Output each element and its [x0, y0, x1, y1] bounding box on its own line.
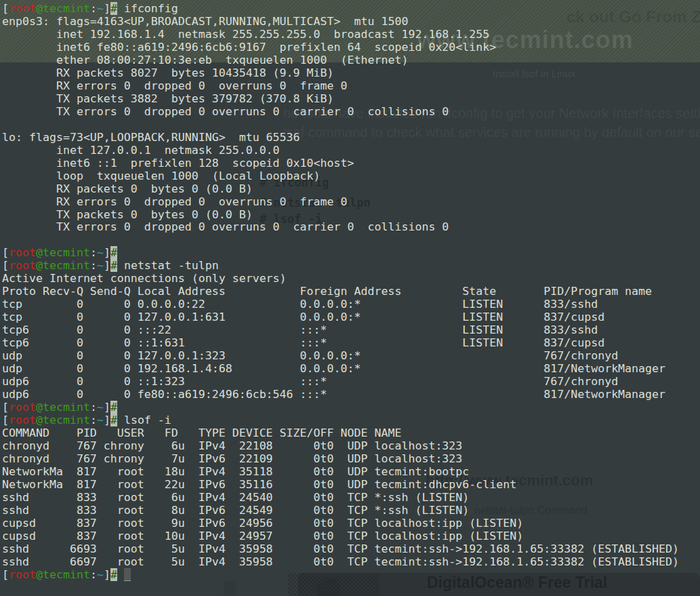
prompt-close-bracket: ]: [104, 568, 110, 581]
prompt-path: ~: [97, 401, 104, 414]
terminal-line: chronyd 767 chrony 7u IPv6 22109 0t0 UDP…: [2, 453, 700, 466]
terminal-line: tcp 0 0 0.0.0.0:22 0.0.0.0:* LISTEN 833/…: [2, 298, 700, 311]
prompt-hash-block: #: [110, 259, 117, 272]
prompt-path: ~: [97, 259, 104, 272]
prompt-user: root: [9, 259, 36, 272]
terminal-line: TX errors 0 dropped 0 overruns 0 carrier…: [2, 106, 700, 119]
prompt-hash-block: #: [110, 2, 117, 15]
prompt-open-bracket: [: [2, 2, 9, 15]
prompt-hash-block: #: [110, 414, 117, 426]
prompt-colon: :: [90, 2, 97, 15]
terminal-line: [root@tecmint:~]#: [2, 401, 700, 414]
terminal-line: enp0s3: flags=4163<UP,BROADCAST,RUNNING,…: [2, 16, 700, 28]
terminal-output: [root@tecmint:~]# ifconfigenp0s3: flags=…: [2, 3, 700, 582]
terminal-line: udp6 0 0 ::1:323 :::* 767/chronyd: [2, 376, 700, 389]
prompt-open-bracket: [: [2, 246, 9, 259]
prompt-hash-block: #: [110, 401, 117, 414]
prompt-close-bracket: ]: [104, 414, 110, 426]
prompt-host: @tecmint: [36, 2, 90, 15]
terminal-line: [root@tecmint:~]# netstat -tulpn: [2, 260, 700, 273]
prompt-close-bracket: ]: [104, 401, 110, 414]
terminal-line: inet6 fe80::a619:2496:6cb6:9167 prefixle…: [2, 41, 700, 54]
terminal-line: tcp6 0 0 :::22 :::* LISTEN 833/sshd: [2, 324, 700, 337]
terminal-line: RX packets 0 bytes 0 (0.0 B): [2, 183, 700, 196]
prompt-host: @tecmint: [36, 401, 90, 414]
terminal-line: loop txqueuelen 1000 (Local Loopback): [2, 170, 700, 183]
terminal-line: cupsd 837 root 9u IPv6 24956 0t0 TCP loc…: [2, 517, 700, 530]
terminal-line: NetworkMa 817 root 22u IPv6 35116 0t0 UD…: [2, 479, 700, 492]
terminal-line: sshd 6693 root 5u IPv4 35958 0t0 TCP tec…: [2, 543, 700, 556]
terminal-line: Proto Recv-Q Send-Q Local Address Foreig…: [2, 285, 700, 298]
prompt-path: ~: [97, 246, 104, 259]
prompt-user: root: [9, 414, 36, 426]
text-cursor: _: [124, 568, 131, 581]
terminal-line: TX errors 0 dropped 0 overruns 0 carrier…: [2, 221, 700, 234]
prompt-user: root: [9, 246, 36, 259]
terminal-line: tcp6 0 0 ::1:631 :::* LISTEN 837/cupsd: [2, 337, 700, 350]
prompt-open-bracket: [: [2, 414, 9, 426]
prompt-space: [117, 568, 124, 581]
prompt-open-bracket: [: [2, 259, 9, 272]
prompt-open-bracket: [: [2, 568, 9, 581]
terminal-line: udp6 0 0 fe80::a619:2496:6cb:546 :::* 81…: [2, 389, 700, 401]
prompt-path: ~: [97, 568, 104, 581]
prompt-path: ~: [97, 2, 104, 15]
prompt-user: root: [9, 401, 36, 414]
terminal-line: RX errors 0 dropped 0 overruns 0 frame 0: [2, 196, 700, 209]
terminal-line: [2, 234, 700, 247]
prompt-colon: :: [90, 568, 97, 581]
terminal-line: TX packets 3882 bytes 379782 (370.8 KiB): [2, 93, 700, 106]
terminal-line: [root@tecmint:~]#: [2, 247, 700, 260]
terminal-line: sshd 833 root 8u IPv6 24549 0t0 TCP *:ss…: [2, 504, 700, 517]
prompt-colon: :: [90, 246, 97, 259]
terminal-line: lo: flags=73<UP,LOOPBACK,RUNNING> mtu 65…: [2, 132, 700, 144]
prompt-close-bracket: ]: [104, 2, 110, 15]
terminal-line: NetworkMa 817 root 18u IPv4 35118 0t0 UD…: [2, 466, 700, 479]
prompt-host: @tecmint: [36, 568, 90, 581]
prompt-path: ~: [97, 414, 104, 426]
terminal-line: ether 08:00:27:10:3e:eb txqueuelen 1000 …: [2, 54, 700, 67]
terminal-line: tcp 0 0 127.0.0.1:631 0.0.0.0:* LISTEN 8…: [2, 311, 700, 324]
terminal-line: [root@tecmint:~]# _: [2, 569, 700, 582]
prompt-close-bracket: ]: [104, 259, 110, 272]
terminal-screen[interactable]: ck out Go From Zero to www.tecmint.com I…: [0, 0, 700, 596]
terminal-line: chronyd 767 chrony 6u IPv4 22108 0t0 UDP…: [2, 440, 700, 453]
prompt-colon: :: [90, 259, 97, 272]
terminal-line: inet 127.0.0.1 netmask 255.0.0.0: [2, 144, 700, 157]
terminal-line: inet 192.168.1.4 netmask 255.255.255.0 b…: [2, 28, 700, 41]
prompt-host: @tecmint: [36, 259, 90, 272]
prompt-close-bracket: ]: [104, 246, 110, 259]
prompt-hash-block: #: [110, 568, 117, 581]
prompt-hash-block: #: [110, 246, 117, 259]
terminal-line: cupsd 837 root 10u IPv4 24957 0t0 TCP lo…: [2, 530, 700, 543]
terminal-line: Active Internet connections (only server…: [2, 273, 700, 285]
terminal-line: RX errors 0 dropped 0 overruns 0 frame 0: [2, 80, 700, 93]
terminal-line: TX packets 0 bytes 0 (0.0 B): [2, 209, 700, 222]
watermark-qr-noise: [224, 580, 236, 596]
terminal-line: RX packets 8027 bytes 10435418 (9.9 MiB): [2, 67, 700, 80]
prompt-colon: :: [90, 414, 97, 426]
terminal-line: udp 0 0 192.168.1.4:68 0.0.0.0:* 817/Net…: [2, 363, 700, 376]
terminal-line: COMMAND PID USER FD TYPE DEVICE SIZE/OFF…: [2, 427, 700, 440]
terminal-line: sshd 6697 root 5u IPv4 35958 0t0 TCP tec…: [2, 556, 700, 569]
prompt-open-bracket: [: [2, 401, 9, 414]
prompt-host: @tecmint: [36, 414, 90, 426]
terminal-line: sshd 833 root 6u IPv4 24540 0t0 TCP *:ss…: [2, 492, 700, 504]
command-text: lsof -i: [117, 414, 171, 426]
command-text: ifconfig: [117, 2, 178, 15]
prompt-user: root: [9, 2, 36, 15]
terminal-line: inet6 ::1 prefixlen 128 scopeid 0x10<hos…: [2, 157, 700, 170]
command-text: netstat -tulpn: [117, 259, 219, 272]
prompt-host: @tecmint: [36, 246, 90, 259]
terminal-line: [root@tecmint:~]# ifconfig: [2, 3, 700, 16]
terminal-line: [2, 119, 700, 132]
prompt-user: root: [9, 568, 36, 581]
prompt-colon: :: [90, 401, 97, 414]
terminal-line: [root@tecmint:~]# lsof -i: [2, 414, 700, 427]
terminal-line: udp 0 0 127.0.0.1:323 0.0.0.0:* 767/chro…: [2, 350, 700, 363]
